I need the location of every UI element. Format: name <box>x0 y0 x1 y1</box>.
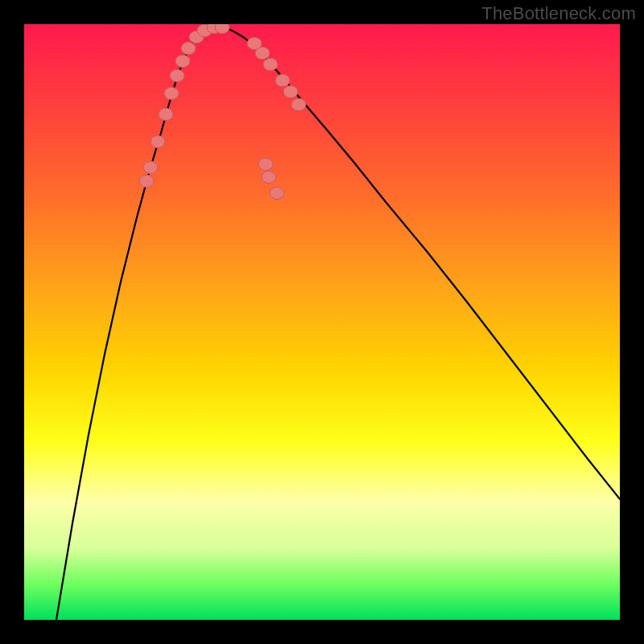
data-dot <box>291 98 306 110</box>
data-dot <box>275 74 290 86</box>
chart-frame: TheBottleneck.com <box>0 0 644 644</box>
data-dot <box>215 24 229 34</box>
data-dot <box>181 42 196 54</box>
data-dot <box>270 187 284 199</box>
watermark-text: TheBottleneck.com <box>481 3 636 24</box>
data-dot <box>283 85 298 97</box>
data-dot <box>262 171 276 183</box>
data-dot <box>175 55 190 67</box>
data-dot <box>159 108 173 120</box>
data-dot <box>258 158 273 170</box>
data-dot <box>143 161 158 173</box>
curves-svg <box>24 24 620 620</box>
data-dot <box>139 175 154 187</box>
left-curve <box>56 27 211 620</box>
data-dot <box>164 87 179 99</box>
data-dot <box>247 37 262 49</box>
data-dots-left <box>139 24 229 188</box>
right-curve <box>224 27 620 499</box>
data-dot <box>263 58 278 70</box>
data-dot <box>170 69 184 81</box>
data-dot <box>151 135 165 147</box>
data-dots-right <box>247 37 306 199</box>
plot-area <box>24 24 620 620</box>
